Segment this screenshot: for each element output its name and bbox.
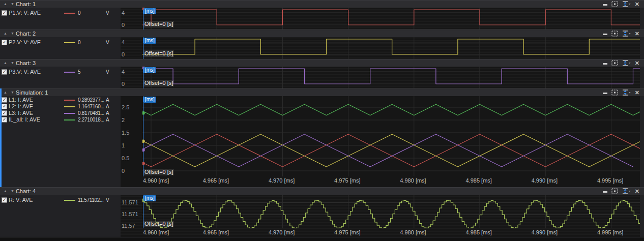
fit-vertical-button[interactable] [622, 89, 631, 96]
fit-view-button[interactable] [611, 89, 618, 96]
legend-unit: A [106, 97, 109, 103]
ms-unit-badge[interactable]: [ms] [143, 38, 156, 44]
close-button[interactable]: ✕ [635, 31, 639, 37]
legend-checkbox[interactable]: ✓ [2, 197, 7, 203]
ms-unit-badge[interactable]: [ms] [143, 195, 156, 201]
y-axis-tick-label: 11.57 [122, 223, 135, 229]
panel-title: Chart: 4 [16, 188, 36, 194]
collapse-up-icon[interactable]: ▲ [4, 31, 7, 36]
legend-color-swatch [64, 106, 75, 107]
legend-unit: V [106, 197, 109, 203]
fit-vertical-button[interactable] [622, 31, 631, 37]
plot-area[interactable]: 2.521.510.50 [ms] Offset=0 [s] 4.960 [ms… [121, 96, 640, 187]
collapse-down-icon[interactable]: ▼ [11, 2, 14, 7]
y-axis-tick-label: 0 [122, 81, 125, 87]
legend-value: 1.1647160... [78, 103, 104, 110]
legend-unit: V [106, 10, 109, 16]
panel-chart-4: ▲ ▼ Chart: 4 ✕ ✓ R: V: AVE 11.571102... … [0, 187, 644, 237]
y-axis-tick-label: 2 [122, 117, 125, 124]
minimize-button[interactable] [603, 4, 607, 6]
bottom-filler [0, 237, 644, 241]
close-button[interactable]: ✕ [635, 60, 639, 66]
y-axis-tick-label: 11.571 [122, 211, 138, 218]
minimize-button[interactable] [603, 63, 607, 65]
plot-area[interactable]: 40 [ms] Offset=0 [s] [121, 67, 640, 88]
legend-checkbox[interactable]: ✓ [2, 97, 7, 103]
ms-unit-badge[interactable]: [ms] [143, 8, 156, 14]
collapse-down-icon[interactable]: ▼ [11, 189, 14, 194]
offset-label: Offset=0 [s] [143, 80, 174, 86]
offset-label: Offset=0 [s] [143, 21, 174, 27]
plot-area[interactable]: 40 [ms] Offset=0 [s] [121, 8, 640, 29]
legend-value: 0.8170481... [78, 110, 104, 116]
legend-color-swatch [64, 100, 75, 101]
minimize-button[interactable] [603, 93, 607, 94]
legend-value: 0 [78, 39, 80, 46]
collapse-up-icon[interactable]: ▲ [4, 189, 7, 194]
panel-title: Chart: 3 [16, 60, 36, 66]
waveform-svg [142, 67, 640, 88]
ms-unit-badge[interactable]: [ms] [143, 67, 156, 73]
legend-row: ✓ IL_all: I: AVE 2.2710018... A [0, 116, 121, 123]
legend-panel: ✓ P1.V: V: AVE 0 V [0, 8, 121, 29]
panel-header: ▲ ▼ Chart: 2 ✕ [0, 30, 644, 37]
plot-area[interactable]: 40 [ms] Offset=0 [s] [121, 37, 640, 59]
panel-chart-1: ▲ ▼ Chart: 1 ✕ ✓ P1.V: V: AVE 0 V 40 [0, 0, 644, 29]
fit-vertical-button[interactable] [622, 60, 631, 66]
ms-unit-badge[interactable]: [ms] [143, 97, 156, 103]
fit-view-button[interactable] [611, 1, 618, 7]
panel-header: ▲ ▼ Chart: 4 ✕ [0, 188, 644, 195]
minimize-button[interactable] [603, 34, 607, 35]
legend-series-name: R: V: AVE [9, 197, 33, 203]
legend-checkbox[interactable]: ✓ [2, 117, 7, 123]
y-axis-tick-label: 0 [122, 22, 125, 28]
legend-color-swatch [64, 113, 75, 114]
legend-row: ✓ L3: I: AVE 0.8170481... A [0, 110, 121, 116]
legend-series-name: P1.V: V: AVE [9, 10, 41, 16]
close-button[interactable]: ✕ [635, 1, 639, 7]
legend-row: ✓ L1: I: AVE 0.2892377... A [0, 97, 121, 103]
collapse-up-icon[interactable]: ▲ [4, 2, 7, 7]
legend-checkbox[interactable]: ✓ [2, 69, 7, 75]
legend-checkbox[interactable]: ✓ [2, 110, 7, 116]
panel-simulation-1: ▲ ▼ Simulation: 1 ✕ ✓ L1: I: AVE 0.28923… [0, 88, 644, 187]
collapse-down-icon[interactable]: ▼ [11, 61, 14, 66]
close-button[interactable]: ✕ [635, 188, 639, 194]
fit-view-button[interactable] [611, 31, 618, 37]
y-axis-tick-label: 4 [122, 39, 125, 46]
selection-bar [0, 88, 2, 187]
collapse-up-icon[interactable]: ▲ [4, 90, 7, 95]
x-axis-tick-label: 4.975 [ms] [334, 177, 360, 184]
legend-checkbox[interactable]: ✓ [2, 10, 7, 16]
collapse-up-icon[interactable]: ▲ [4, 61, 7, 66]
collapse-down-icon[interactable]: ▼ [11, 31, 14, 36]
x-axis-tick-label: 4.990 [ms] [532, 177, 558, 184]
x-axis-tick-label: 4.970 [ms] [269, 229, 295, 235]
fit-vertical-button[interactable] [622, 1, 631, 7]
plot-area[interactable]: 11.57111.57111.57 [ms] Offset=0 [s] 4.96… [121, 195, 640, 237]
fit-view-button[interactable] [611, 60, 618, 66]
legend-checkbox[interactable]: ✓ [2, 40, 7, 45]
waveform-svg [142, 195, 640, 228]
legend-series-name: L3: I: AVE [9, 110, 33, 116]
legend-row: ✓ L2: I: AVE 1.1647160... A [0, 103, 121, 110]
x-axis-tick-label: 4.970 [ms] [269, 177, 295, 184]
legend-panel: ✓ L1: I: AVE 0.2892377... A ✓ L2: I: AVE… [0, 96, 121, 187]
panel-title: Simulation: 1 [16, 89, 48, 96]
legend-value: 2.2710018... [78, 116, 104, 123]
fit-vertical-button[interactable] [622, 188, 631, 194]
y-axis-tick-label: 0 [122, 51, 125, 58]
legend-checkbox[interactable]: ✓ [2, 104, 7, 109]
collapse-down-icon[interactable]: ▼ [11, 90, 14, 95]
legend-value: 11.571102... [78, 197, 104, 203]
scope-workspace: ▲ ▼ Chart: 1 ✕ ✓ P1.V: V: AVE 0 V 40 [0, 0, 644, 241]
panel-header: ▲ ▼ Chart: 1 ✕ [0, 1, 644, 8]
legend-panel: ✓ P3.V: V: AVE 5 V [0, 67, 121, 88]
minimize-button[interactable] [603, 191, 607, 193]
cursor-marker-dot [142, 162, 145, 165]
fit-view-button[interactable] [611, 188, 618, 194]
legend-value: 5 [78, 69, 80, 75]
close-button[interactable]: ✕ [635, 89, 639, 96]
panel-chart-3: ▲ ▼ Chart: 3 ✕ ✓ P3.V: V: AVE 5 V 40 [0, 59, 644, 88]
legend-color-swatch [64, 13, 75, 14]
